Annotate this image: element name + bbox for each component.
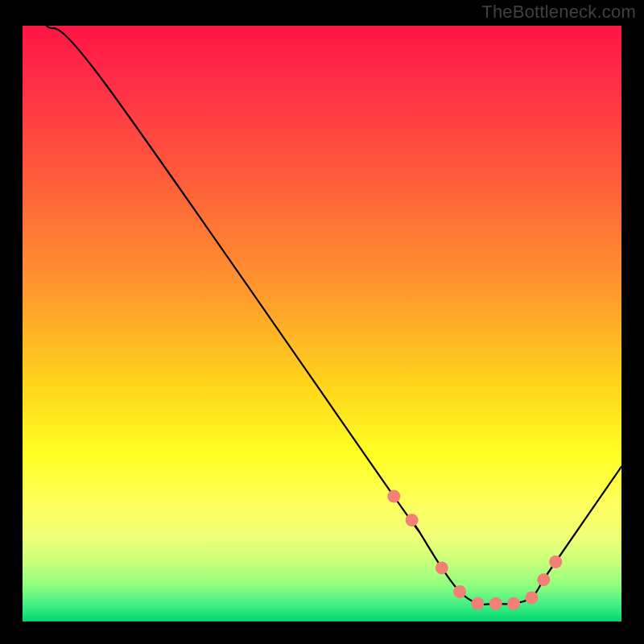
plot-area: [23, 26, 621, 621]
chart-frame: TheBottleneck.com: [0, 0, 644, 644]
gradient-background: [23, 26, 621, 621]
watermark-text: TheBottleneck.com: [481, 2, 636, 23]
